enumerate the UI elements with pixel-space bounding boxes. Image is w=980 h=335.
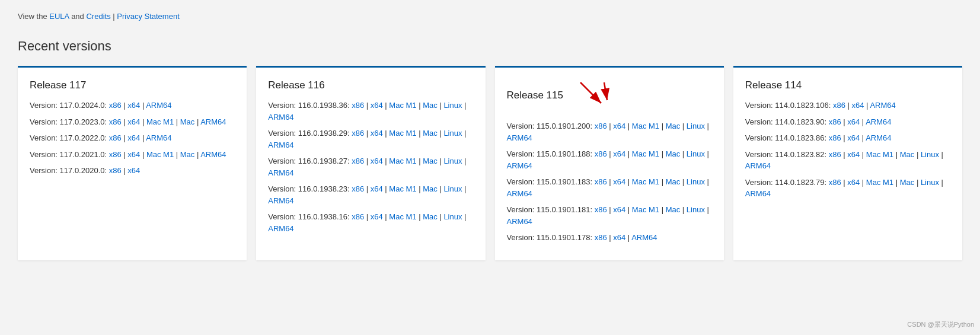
version-link-arm64[interactable]: ARM64 xyxy=(268,113,293,122)
version-link-mac[interactable]: Mac xyxy=(423,212,438,221)
version-link-mac-m1[interactable]: Mac M1 xyxy=(632,122,659,130)
version-link-arm64[interactable]: ARM64 xyxy=(745,189,771,198)
version-link-arm64[interactable]: ARM64 xyxy=(745,161,771,170)
version-link-mac[interactable]: Mac xyxy=(423,129,438,138)
privacy-statement-link[interactable]: Privacy Statement xyxy=(117,12,180,21)
eula-link[interactable]: EULA xyxy=(49,12,69,21)
version-link-x64[interactable]: x64 xyxy=(371,157,383,165)
version-link-arm64[interactable]: ARM64 xyxy=(866,117,891,126)
version-link-x86[interactable]: x86 xyxy=(352,129,364,138)
version-link-linux[interactable]: Linux xyxy=(687,122,705,130)
version-link-arm64[interactable]: ARM64 xyxy=(507,161,532,170)
version-link-linux[interactable]: Linux xyxy=(443,212,462,221)
credits-link[interactable]: Credits xyxy=(86,12,110,21)
version-link-mac[interactable]: Mac xyxy=(900,150,915,159)
version-link-x64[interactable]: x64 xyxy=(371,212,383,221)
version-link-linux[interactable]: Linux xyxy=(687,205,705,214)
version-link-x86[interactable]: x86 xyxy=(109,150,122,159)
version-link-mac[interactable]: Mac xyxy=(423,101,438,110)
version-link-mac-m1[interactable]: Mac M1 xyxy=(146,117,174,126)
version-link-x64[interactable]: x64 xyxy=(127,150,140,159)
version-link-x86[interactable]: x86 xyxy=(352,157,364,165)
version-link-x64[interactable]: x64 xyxy=(852,101,864,110)
version-link-mac-m1[interactable]: Mac M1 xyxy=(632,205,659,214)
version-link-x86[interactable]: x86 xyxy=(829,133,841,142)
version-link-linux[interactable]: Linux xyxy=(921,178,939,187)
version-link-mac-m1[interactable]: Mac M1 xyxy=(389,101,416,110)
version-link-x64[interactable]: x64 xyxy=(613,149,625,158)
version-link-arm64[interactable]: ARM64 xyxy=(507,217,532,226)
version-link-x64[interactable]: x64 xyxy=(371,101,383,110)
version-link-arm64[interactable]: ARM64 xyxy=(200,117,226,126)
version-link-x86[interactable]: x86 xyxy=(352,184,364,193)
version-link-x64[interactable]: x64 xyxy=(613,233,625,242)
version-link-linux[interactable]: Linux xyxy=(687,149,705,158)
version-link-x64[interactable]: x64 xyxy=(371,184,383,193)
version-link-linux[interactable]: Linux xyxy=(443,101,462,110)
version-link-x64[interactable]: x64 xyxy=(847,178,860,187)
version-link-x86[interactable]: x86 xyxy=(352,212,364,221)
version-link-arm64[interactable]: ARM64 xyxy=(146,101,171,110)
version-link-arm64[interactable]: ARM64 xyxy=(146,133,171,142)
version-link-x86[interactable]: x86 xyxy=(595,177,607,186)
version-link-mac-m1[interactable]: Mac M1 xyxy=(389,129,416,138)
version-link-arm64[interactable]: ARM64 xyxy=(268,224,293,233)
version-link-mac[interactable]: Mac xyxy=(180,117,195,126)
version-link-x86[interactable]: x86 xyxy=(109,166,122,175)
version-link-x86[interactable]: x86 xyxy=(595,122,607,130)
version-link-arm64[interactable]: ARM64 xyxy=(631,233,657,242)
version-link-mac-m1[interactable]: Mac M1 xyxy=(866,178,893,187)
version-link-x86[interactable]: x86 xyxy=(109,133,122,142)
version-link-x64[interactable]: x64 xyxy=(613,177,625,186)
version-link-mac[interactable]: Mac xyxy=(423,184,438,193)
version-link-mac[interactable]: Mac xyxy=(666,205,681,214)
version-link-mac-m1[interactable]: Mac M1 xyxy=(389,212,416,221)
version-link-x86[interactable]: x86 xyxy=(833,101,845,110)
version-link-mac[interactable]: Mac xyxy=(900,178,915,187)
version-link-x64[interactable]: x64 xyxy=(613,205,625,214)
version-link-arm64[interactable]: ARM64 xyxy=(268,141,293,149)
version-link-x86[interactable]: x86 xyxy=(109,117,122,126)
version-link-x64[interactable]: x64 xyxy=(127,101,140,110)
version-link-mac[interactable]: Mac xyxy=(423,157,438,165)
version-link-arm64[interactable]: ARM64 xyxy=(507,133,532,142)
version-link-mac-m1[interactable]: Mac M1 xyxy=(632,177,659,186)
version-link-x86[interactable]: x86 xyxy=(595,205,607,214)
version-link-mac[interactable]: Mac xyxy=(666,177,681,186)
version-label: Version: 117.0.2023.0: xyxy=(30,117,109,126)
version-link-linux[interactable]: Linux xyxy=(443,184,462,193)
version-link-arm64[interactable]: ARM64 xyxy=(507,189,532,198)
version-link-arm64[interactable]: ARM64 xyxy=(870,101,895,110)
version-link-arm64[interactable]: ARM64 xyxy=(268,196,293,205)
version-link-x64[interactable]: x64 xyxy=(127,133,140,142)
version-link-x64[interactable]: x64 xyxy=(371,129,383,138)
version-link-mac-m1[interactable]: Mac M1 xyxy=(389,157,416,165)
version-link-x64[interactable]: x64 xyxy=(613,122,625,130)
version-link-mac[interactable]: Mac xyxy=(666,149,681,158)
version-link-arm64[interactable]: ARM64 xyxy=(200,150,226,159)
version-link-arm64[interactable]: ARM64 xyxy=(866,133,891,142)
version-link-x86[interactable]: x86 xyxy=(829,150,841,159)
version-link-x64[interactable]: x64 xyxy=(127,166,140,175)
version-link-mac[interactable]: Mac xyxy=(666,122,681,130)
version-link-x64[interactable]: x64 xyxy=(847,150,860,159)
version-link-x86[interactable]: x86 xyxy=(595,233,607,242)
version-link-arm64[interactable]: ARM64 xyxy=(268,168,293,177)
version-link-linux[interactable]: Linux xyxy=(921,150,939,159)
version-link-mac-m1[interactable]: Mac M1 xyxy=(866,150,893,159)
version-link-x86[interactable]: x86 xyxy=(595,149,607,158)
version-link-mac-m1[interactable]: Mac M1 xyxy=(146,150,174,159)
version-link-x64[interactable]: x64 xyxy=(847,133,860,142)
version-link-x64[interactable]: x64 xyxy=(127,117,140,126)
version-link-linux[interactable]: Linux xyxy=(443,129,462,138)
version-link-x86[interactable]: x86 xyxy=(109,101,122,110)
version-link-x86[interactable]: x86 xyxy=(352,101,364,110)
version-link-linux[interactable]: Linux xyxy=(687,177,705,186)
version-link-linux[interactable]: Linux xyxy=(443,157,462,165)
version-link-mac[interactable]: Mac xyxy=(180,150,195,159)
version-link-mac-m1[interactable]: Mac M1 xyxy=(389,184,416,193)
version-link-x86[interactable]: x86 xyxy=(829,178,841,187)
version-link-x64[interactable]: x64 xyxy=(847,117,860,126)
version-link-mac-m1[interactable]: Mac M1 xyxy=(632,149,659,158)
version-link-x86[interactable]: x86 xyxy=(829,117,841,126)
